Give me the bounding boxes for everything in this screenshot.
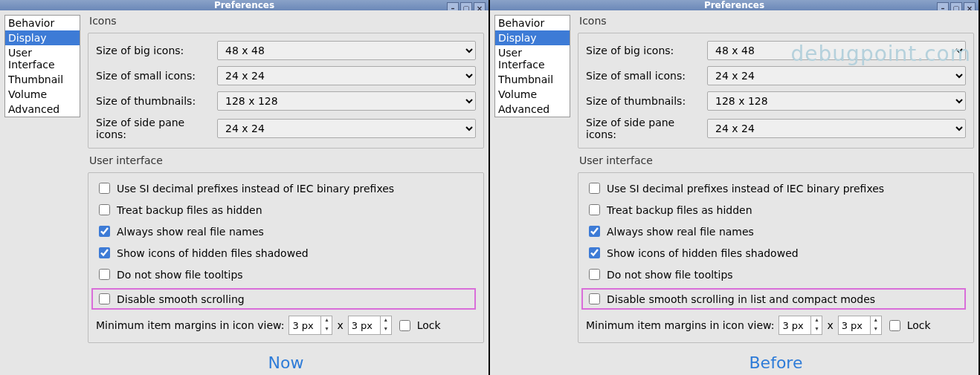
sidebar: Behavior Display User Interface Thumbnai… <box>4 15 80 117</box>
shadowed-checkbox[interactable] <box>589 247 600 258</box>
shadowed-label: Show icons of hidden files shadowed <box>117 247 309 259</box>
pane-now: Preferences – ▢ × Behavior Display User … <box>0 0 490 375</box>
shadowed-label: Show icons of hidden files shadowed <box>607 247 799 259</box>
real-names-label: Always show real file names <box>607 226 754 238</box>
lock-checkbox[interactable] <box>889 320 900 331</box>
window-body: Behavior Display User Interface Thumbnai… <box>0 10 489 375</box>
spin-up-icon[interactable]: ▴ <box>381 316 391 325</box>
x-separator: x <box>827 319 833 331</box>
backup-hidden-label: Treat backup files as hidden <box>117 204 262 216</box>
spin-up-icon[interactable]: ▴ <box>321 316 332 325</box>
no-tooltips-label: Do not show file tooltips <box>607 269 733 281</box>
window-body: debugpoint.com Behavior Display User Int… <box>490 10 979 375</box>
big-icons-select[interactable]: 48 x 48 <box>707 41 966 60</box>
real-names-checkbox[interactable] <box>99 226 110 237</box>
big-icons-label: Size of big icons: <box>96 45 211 56</box>
caption-before: Before <box>578 349 974 375</box>
thumbs-select[interactable]: 128 x 128 <box>707 91 966 111</box>
lock-label: Lock <box>907 319 931 331</box>
si-prefix-label: Use SI decimal prefixes instead of IEC b… <box>117 183 394 195</box>
pane-before: Preferences – ▢ × debugpoint.com Behavio… <box>490 0 980 375</box>
margin-y-input[interactable] <box>839 320 870 331</box>
backup-hidden-label: Treat backup files as hidden <box>607 204 752 216</box>
margins-label: Minimum item margins in icon view: <box>586 319 774 331</box>
titlebar: Preferences – ▢ × <box>0 0 489 10</box>
no-tooltips-label: Do not show file tooltips <box>117 269 243 281</box>
icons-section-label: Icons <box>578 15 974 27</box>
big-icons-label: Size of big icons: <box>586 45 701 56</box>
sidebar-item-behavior[interactable]: Behavior <box>495 16 570 30</box>
smooth-scroll-label: Disable smooth scrolling <box>117 293 245 305</box>
backup-hidden-checkbox[interactable] <box>99 204 110 215</box>
spin-down-icon[interactable]: ▾ <box>381 325 391 334</box>
window-title: Preferences <box>704 0 764 10</box>
sidebar-item-user-interface[interactable]: User Interface <box>5 45 80 72</box>
content: Icons Size of big icons: 48 x 48 Size of… <box>578 15 974 375</box>
spin-down-icon[interactable]: ▾ <box>811 325 822 334</box>
ui-group: Use SI decimal prefixes instead of IEC b… <box>88 172 484 343</box>
icons-group: Size of big icons: 48 x 48 Size of small… <box>88 33 484 149</box>
margin-x-spinner[interactable]: ▴▾ <box>778 316 822 335</box>
margins-label: Minimum item margins in icon view: <box>96 319 284 331</box>
ui-section-label: User interface <box>578 154 974 166</box>
margin-y-input[interactable] <box>349 320 380 331</box>
real-names-checkbox[interactable] <box>589 226 600 237</box>
smooth-scroll-checkbox[interactable] <box>99 293 110 304</box>
smooth-scroll-label: Disable smooth scrolling in list and com… <box>607 293 875 305</box>
smooth-scroll-checkbox[interactable] <box>589 293 600 304</box>
thumbs-label: Size of thumbnails: <box>586 95 701 107</box>
smooth-scroll-highlight: Disable smooth scrolling in list and com… <box>581 288 966 310</box>
sidebar-item-thumbnail[interactable]: Thumbnail <box>495 72 570 87</box>
x-separator: x <box>337 319 343 331</box>
sidebar-item-volume[interactable]: Volume <box>5 87 80 102</box>
spin-up-icon[interactable]: ▴ <box>811 316 822 325</box>
content: Icons Size of big icons: 48 x 48 Size of… <box>88 15 484 375</box>
si-prefix-checkbox[interactable] <box>99 183 110 194</box>
shadowed-checkbox[interactable] <box>99 247 110 258</box>
big-icons-select[interactable]: 48 x 48 <box>217 41 476 60</box>
lock-label: Lock <box>417 319 441 331</box>
no-tooltips-checkbox[interactable] <box>589 269 600 280</box>
icons-section-label: Icons <box>88 15 484 27</box>
sidebar-item-advanced[interactable]: Advanced <box>5 102 80 117</box>
margin-x-spinner[interactable]: ▴▾ <box>288 316 332 335</box>
margin-y-spinner[interactable]: ▴▾ <box>838 316 882 335</box>
ui-group: Use SI decimal prefixes instead of IEC b… <box>578 172 974 343</box>
real-names-label: Always show real file names <box>117 226 264 238</box>
small-icons-label: Size of small icons: <box>586 70 701 82</box>
small-icons-label: Size of small icons: <box>96 70 211 82</box>
margin-x-input[interactable] <box>779 320 810 331</box>
titlebar: Preferences – ▢ × <box>490 0 979 10</box>
margin-y-spinner[interactable]: ▴▾ <box>348 316 392 335</box>
margin-x-input[interactable] <box>289 320 320 331</box>
no-tooltips-checkbox[interactable] <box>99 269 110 280</box>
caption-now: Now <box>88 349 484 375</box>
sidebar-item-user-interface[interactable]: User Interface <box>495 45 570 72</box>
icons-group: Size of big icons: 48 x 48 Size of small… <box>578 33 974 149</box>
side-pane-select[interactable]: 24 x 24 <box>217 119 476 138</box>
si-prefix-label: Use SI decimal prefixes instead of IEC b… <box>607 183 884 195</box>
small-icons-select[interactable]: 24 x 24 <box>707 66 966 85</box>
sidebar: Behavior Display User Interface Thumbnai… <box>494 15 570 117</box>
smooth-scroll-highlight: Disable smooth scrolling <box>91 288 476 310</box>
sidebar-item-display[interactable]: Display <box>495 30 570 45</box>
sidebar-item-thumbnail[interactable]: Thumbnail <box>5 72 80 87</box>
side-pane-select[interactable]: 24 x 24 <box>707 119 966 138</box>
window-title: Preferences <box>214 0 274 10</box>
thumbs-select[interactable]: 128 x 128 <box>217 91 476 111</box>
side-pane-label: Size of side pane icons: <box>96 117 211 140</box>
small-icons-select[interactable]: 24 x 24 <box>217 66 476 85</box>
sidebar-item-display[interactable]: Display <box>5 30 80 45</box>
side-pane-label: Size of side pane icons: <box>586 117 701 140</box>
si-prefix-checkbox[interactable] <box>589 183 600 194</box>
spin-down-icon[interactable]: ▾ <box>321 325 332 334</box>
ui-section-label: User interface <box>88 154 484 166</box>
thumbs-label: Size of thumbnails: <box>96 95 211 107</box>
spin-up-icon[interactable]: ▴ <box>871 316 881 325</box>
sidebar-item-advanced[interactable]: Advanced <box>495 102 570 117</box>
spin-down-icon[interactable]: ▾ <box>871 325 881 334</box>
backup-hidden-checkbox[interactable] <box>589 204 600 215</box>
sidebar-item-behavior[interactable]: Behavior <box>5 16 80 30</box>
sidebar-item-volume[interactable]: Volume <box>495 87 570 102</box>
lock-checkbox[interactable] <box>399 320 410 331</box>
